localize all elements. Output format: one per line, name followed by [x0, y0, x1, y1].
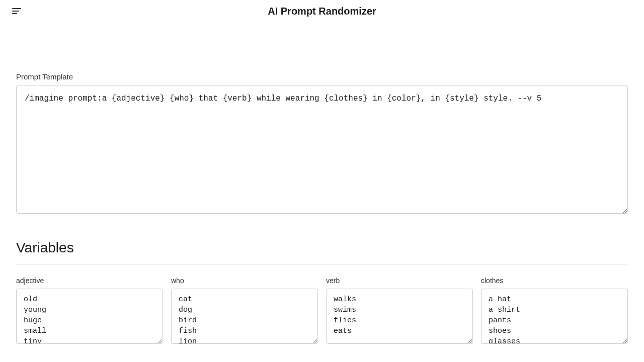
variable-label: adjective	[16, 277, 163, 285]
variable-input-verb[interactable]	[326, 289, 473, 344]
prompt-template-label: Prompt Template	[16, 72, 628, 81]
variable-label: verb	[326, 277, 473, 285]
variable-block-clothes: clothes	[481, 277, 628, 344]
variable-block-who: who	[171, 277, 318, 344]
variable-label: who	[171, 277, 318, 285]
variable-input-who[interactable]	[171, 289, 318, 344]
section-divider	[16, 264, 628, 264]
variables-heading: Variables	[16, 240, 628, 256]
variables-grid: adjective who verb clothes	[16, 277, 628, 344]
page-title: AI Prompt Randomizer	[268, 6, 376, 17]
variable-input-clothes[interactable]	[481, 289, 628, 344]
variable-label: clothes	[481, 277, 628, 285]
header: AI Prompt Randomizer	[0, 0, 644, 22]
menu-icon[interactable]	[12, 8, 21, 14]
variable-block-verb: verb	[326, 277, 473, 344]
variable-input-adjective[interactable]	[16, 289, 163, 344]
main-content: Prompt Template Variables adjective who …	[0, 72, 644, 344]
variable-block-adjective: adjective	[16, 277, 163, 344]
prompt-template-input[interactable]	[16, 85, 628, 214]
